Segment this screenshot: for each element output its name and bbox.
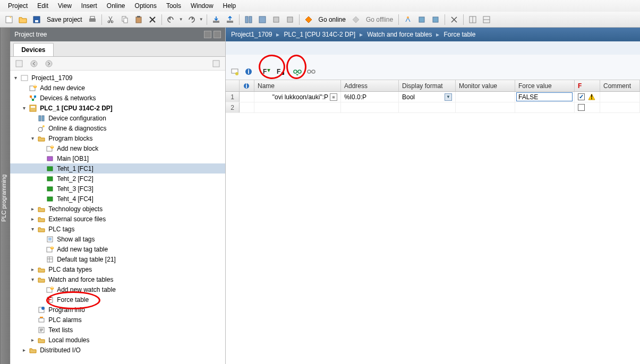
force-cell[interactable] <box>515 102 575 112</box>
force-start-button[interactable]: F <box>261 66 272 77</box>
open-project-button[interactable] <box>17 14 29 25</box>
tree-expander[interactable]: ▸ <box>29 216 36 222</box>
breadcrumb-item[interactable]: Watch and force tables <box>367 31 432 38</box>
tree-node[interactable]: ▾Watch and force tables <box>10 274 225 284</box>
tree-expander[interactable]: ▸ <box>29 206 36 212</box>
tree-pin-icon[interactable] <box>214 31 221 38</box>
tree-expander[interactable]: ▸ <box>29 266 36 272</box>
tree-node[interactable]: Program info <box>10 305 225 315</box>
col-display-format[interactable]: Display format <box>399 80 456 91</box>
split-v-button[interactable] <box>481 14 492 25</box>
col-i[interactable]: i <box>240 80 254 91</box>
save-project-label[interactable]: Save project <box>45 16 84 23</box>
menu-insert[interactable]: Insert <box>76 1 102 11</box>
addr-cell[interactable]: %I0.0:P <box>341 92 399 102</box>
tree-expander[interactable]: ▸ <box>29 337 36 343</box>
device-2-button[interactable] <box>430 14 441 25</box>
tree-expander[interactable]: ▸ <box>21 347 27 353</box>
compile-button[interactable] <box>243 14 254 25</box>
glasses-1-button[interactable] <box>292 66 303 77</box>
fmt-cell[interactable] <box>399 102 456 112</box>
go-offline-icon[interactable] <box>350 14 362 25</box>
col-name[interactable]: Name <box>254 80 341 91</box>
col-address[interactable]: Address <box>341 80 399 91</box>
go-online-label[interactable]: Go online <box>317 16 348 23</box>
upload-button[interactable] <box>224 14 236 25</box>
tree-settings-button[interactable] <box>210 58 222 70</box>
tree-node[interactable]: +Add new watch table <box>10 284 225 294</box>
tree-expander[interactable]: ▾ <box>29 276 36 282</box>
plc-programming-tab[interactable]: PLC programming <box>0 28 10 364</box>
tree-node[interactable]: +Add new tag table <box>10 244 225 254</box>
device-1-button[interactable] <box>416 14 428 25</box>
menu-project[interactable]: Project <box>3 1 32 11</box>
copy-button[interactable] <box>119 14 131 25</box>
menu-options[interactable]: Options <box>130 1 161 11</box>
tree-expander[interactable]: ▾ <box>29 135 36 141</box>
col-f[interactable]: F <box>575 80 600 91</box>
col-comment[interactable]: Comment <box>600 80 640 91</box>
paste-button[interactable] <box>133 14 144 25</box>
redo-button[interactable] <box>185 14 197 25</box>
menu-tools[interactable]: Tools <box>161 1 186 11</box>
breadcrumb-item[interactable]: PLC_1 [CPU 314C-2 DP] <box>284 31 355 38</box>
addr-cell[interactable] <box>341 102 399 112</box>
tree-node[interactable]: Text lists <box>10 325 225 335</box>
print-button[interactable] <box>87 14 98 25</box>
table-row[interactable]: 1"ovi lukkoon/auki":P≡%I0.0:PBool▼FALSE! <box>226 92 640 102</box>
tree-node[interactable]: Online & diagnostics <box>10 123 225 133</box>
force-checkbox[interactable] <box>578 93 585 100</box>
tree-node[interactable]: Devices & networks <box>10 93 225 103</box>
col-monitor-value[interactable]: Monitor value <box>456 80 515 91</box>
f-cell[interactable]: ! <box>575 92 600 102</box>
tree-node[interactable]: +Add new device <box>10 83 225 93</box>
tree-node[interactable]: Default tag table [21] <box>10 254 225 264</box>
go-online-icon[interactable] <box>303 14 314 25</box>
force-checkbox[interactable] <box>578 104 585 111</box>
tree-node[interactable]: Teht_1 [FC1] <box>10 163 225 174</box>
download-button[interactable] <box>210 14 222 25</box>
tree-node[interactable]: ▾Project1_1709 <box>10 73 225 83</box>
force-value-input[interactable]: FALSE <box>516 92 573 101</box>
tree-node[interactable]: ▾Program blocks <box>10 133 225 143</box>
name-cell[interactable] <box>254 102 341 112</box>
tree-expander[interactable]: ▾ <box>29 226 36 232</box>
tree-node[interactable]: ▸PLC data types <box>10 264 225 274</box>
fmt-cell[interactable]: Bool▼ <box>399 92 456 102</box>
menu-help[interactable]: Help <box>218 1 241 11</box>
tree-expander[interactable]: ▾ <box>12 75 19 81</box>
tree-node[interactable]: ▸External source files <box>10 214 225 224</box>
tree-node[interactable]: Teht_3 [FC3] <box>10 184 225 194</box>
undo-button[interactable] <box>165 14 177 25</box>
tree-node[interactable]: Main [OB1] <box>10 153 225 163</box>
monitor-button[interactable] <box>229 66 241 77</box>
split-h-button[interactable] <box>467 14 479 25</box>
tree-node[interactable]: ▸Distributed I/O <box>10 345 225 355</box>
accessible-devices-button[interactable] <box>402 14 414 25</box>
tree-node[interactable]: ▸Technology objects <box>10 204 225 214</box>
force-cell[interactable]: FALSE <box>515 92 575 102</box>
tree-node[interactable]: ▾PLC tags <box>10 224 225 234</box>
tree-back-button[interactable] <box>28 58 40 70</box>
menu-online[interactable]: Online <box>102 1 130 11</box>
tree-collapse-icon[interactable] <box>204 31 211 38</box>
dropdown-arrow-icon[interactable]: ▼ <box>445 93 452 101</box>
cmt-cell[interactable] <box>600 92 640 102</box>
tree-node[interactable]: FForce table <box>10 294 225 305</box>
tree-nav-button[interactable] <box>13 58 25 70</box>
menu-window[interactable]: Window <box>186 1 218 11</box>
breadcrumb-item[interactable]: Force table <box>443 31 475 38</box>
tree-node[interactable]: +Add new block <box>10 143 225 153</box>
delete-button[interactable] <box>147 14 158 25</box>
cmt-cell[interactable] <box>600 102 640 112</box>
breadcrumb-item[interactable]: Project1_1709 <box>231 31 272 38</box>
tree-node[interactable]: Device configuration <box>10 113 225 123</box>
tree-node[interactable]: Teht_4 [FC4] <box>10 194 225 204</box>
tree-node[interactable]: Teht_2 [FC2] <box>10 174 225 184</box>
glasses-2-button[interactable] <box>305 66 317 77</box>
tree-node[interactable]: ▾PLC_1 [CPU 314C-2 DP] <box>10 103 225 113</box>
menu-edit[interactable]: Edit <box>32 1 53 11</box>
col-force-value[interactable]: Force value <box>515 80 575 91</box>
f-cell[interactable] <box>575 102 600 112</box>
tree-fwd-button[interactable] <box>43 58 55 70</box>
